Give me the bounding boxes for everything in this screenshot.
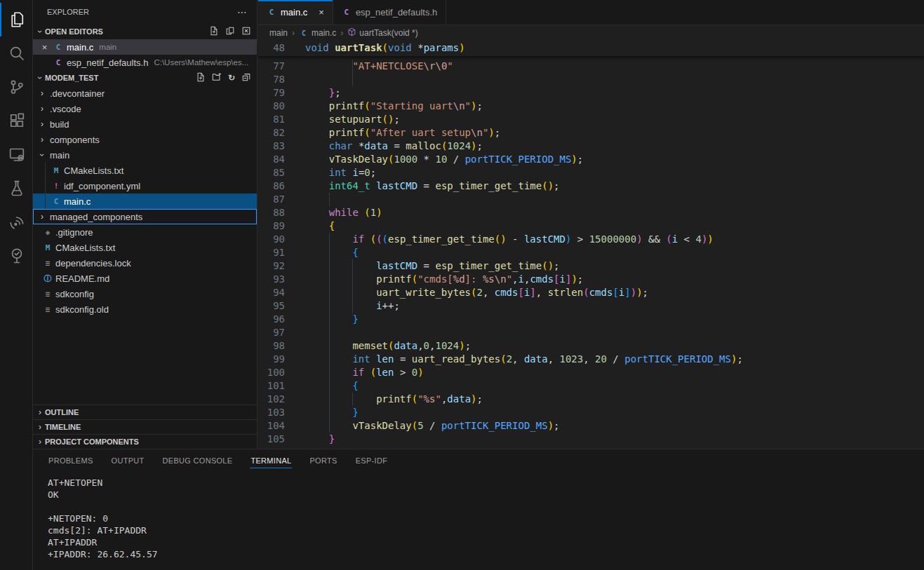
code-line[interactable]: 83 char *data = malloc(1024); [258, 140, 924, 153]
new-file-icon[interactable] [209, 26, 219, 37]
code-line[interactable]: 85 int i=0; [258, 166, 924, 179]
indent-guide [329, 393, 330, 406]
activity-espressif-icon[interactable] [0, 205, 32, 238]
tree-file-dependencies-lock[interactable]: ≡dependencies.lock [33, 255, 257, 271]
code-line[interactable]: 98 memset(data,0,1024); [258, 339, 924, 353]
panel-tab-debug-console[interactable]: DEBUG CONSOLE [154, 449, 242, 470]
code-line[interactable]: 103 } [258, 406, 924, 419]
code-line[interactable]: 100 if (len > 0) [258, 366, 924, 379]
indent-guide [329, 406, 330, 419]
activity-testing-icon[interactable] [0, 171, 32, 205]
open-editor-item-esp-netif-defaults-h[interactable]: C esp_netif_defaults.h C:\Users\Mathew\e… [33, 55, 257, 70]
panel-tab-esp-idf[interactable]: ESP-IDF [347, 449, 397, 470]
breadcrumb-item[interactable]: uartTask(void *) [359, 28, 417, 38]
refresh-icon[interactable]: ↻ [228, 73, 235, 83]
save-all-icon[interactable] [225, 26, 235, 37]
code-line[interactable]: 80 printf("Starting uart\n"); [258, 100, 924, 113]
tree-file-main-c[interactable]: Cmain.c [33, 194, 257, 209]
code-line[interactable]: 90 if (((esp_timer_get_time() - lastCMD)… [258, 233, 924, 246]
code-line[interactable]: 91 { [258, 246, 924, 259]
line-number: 83 [258, 140, 290, 153]
indent-guide [329, 366, 330, 379]
tab-esp-netif-defaults-h[interactable]: Cesp_netif_defaults.h [333, 0, 446, 25]
activity-search-icon[interactable] [0, 36, 32, 70]
more-actions-icon[interactable]: ⋯ [237, 6, 247, 18]
close-icon[interactable]: × [319, 7, 324, 18]
indent-guide [352, 273, 353, 286]
section-project-components[interactable]: ›PROJECT COMPONENTS [33, 434, 257, 449]
tree-file-cmakelists-txt[interactable]: MCMakeLists.txt [33, 163, 257, 178]
code-line[interactable]: 84 vTaskDelay(1000 * 10 / portTICK_PERIO… [258, 153, 924, 166]
tree-file-readme-md[interactable]: ⓘREADME.md [33, 271, 257, 286]
breadcrumb-item[interactable]: main.c [312, 28, 336, 38]
activity-project-components-icon[interactable] [0, 238, 32, 272]
tree-folder-main[interactable]: ›main [33, 147, 257, 163]
tree-folder-devcontainer[interactable]: ›.devcontainer [33, 86, 257, 101]
tree-file-sdkconfig[interactable]: ≡sdkconfig [33, 286, 257, 301]
indent-guide [329, 353, 330, 366]
close-icon[interactable]: × [39, 42, 50, 53]
code-line[interactable]: 95 i++; [258, 299, 924, 313]
tree-item-label: sdkconfig [55, 289, 94, 299]
code-text: setupuart(); [290, 113, 924, 126]
breadcrumb[interactable]: main›Cmain.c›uartTask(void *) [258, 25, 924, 41]
new-folder-icon[interactable] [212, 72, 222, 83]
open-editor-item-main-c[interactable]: × C main.c main [33, 39, 257, 55]
code-line[interactable]: 102 printf("%s",data); [258, 393, 924, 406]
code-line[interactable]: 81 setupuart(); [258, 113, 924, 126]
breadcrumb-item[interactable]: main [269, 28, 288, 38]
code-line[interactable]: 88 while (1) [258, 206, 924, 219]
code-line[interactable]: 96 } [258, 313, 924, 326]
workspace-header[interactable]: › MODEM_TEST ↻ [33, 70, 257, 86]
activity-explorer-icon[interactable] [0, 3, 32, 36]
chevron-right-icon: › [35, 422, 45, 432]
code-line[interactable]: 89 { [258, 219, 924, 233]
code-line[interactable]: 101 { [258, 379, 924, 393]
vscode-window: EXPLORER ⋯ › OPEN EDITORS × C main.c mai… [0, 0, 924, 570]
tree-folder-build[interactable]: ›build [33, 116, 257, 132]
code-line[interactable]: 82 printf("After uart setup\n"); [258, 126, 924, 140]
tree-file-sdkconfig-old[interactable]: ≡sdkconfig.old [33, 301, 257, 317]
tree-folder-managed-components[interactable]: ›managed_components [33, 209, 257, 224]
indent-guide [352, 60, 353, 73]
new-file-icon[interactable] [196, 72, 206, 83]
open-editors-header[interactable]: › OPEN EDITORS [33, 24, 257, 39]
code-line[interactable]: 87 [258, 193, 924, 206]
activity-source-control-icon[interactable] [0, 70, 32, 104]
panel-tab-ports[interactable]: PORTS [300, 449, 346, 470]
code-line[interactable]: 93 printf("cmds[%d]: %s\n",i,cmds[i]); [258, 273, 924, 286]
code-line[interactable]: 77 "AT+NETCLOSE\r\0" [258, 60, 924, 73]
sticky-scroll-line[interactable]: 48void uartTask(void *params) [258, 41, 924, 56]
activity-extensions-icon[interactable] [0, 104, 32, 137]
close-all-icon[interactable] [241, 26, 251, 37]
line-number: 95 [258, 299, 290, 313]
tree-file-gitignore[interactable]: ◈.gitignore [33, 224, 257, 240]
code-line[interactable]: 105 } [258, 433, 924, 446]
section-timeline[interactable]: ›TIMELINE [33, 419, 257, 434]
code-text: char *data = malloc(1024); [290, 140, 924, 153]
section-outline[interactable]: ›OUTLINE [33, 405, 257, 419]
panel-tab-terminal[interactable]: TERMINAL [241, 449, 300, 470]
activity-remote-explorer-icon[interactable] [0, 137, 32, 171]
panel-tab-output[interactable]: OUTPUT [102, 449, 154, 470]
code-line[interactable]: 79 }; [258, 86, 924, 100]
code-line[interactable]: 86 int64_t lastCMD = esp_timer_get_time(… [258, 179, 924, 193]
collapse-all-icon[interactable] [241, 72, 251, 83]
code-line[interactable]: 94 uart_write_bytes(2, cmds[i], strlen(c… [258, 286, 924, 299]
code-line[interactable]: 48void uartTask(void *params) [258, 41, 924, 55]
code-line[interactable]: 104 vTaskDelay(5 / portTICK_PERIOD_MS); [258, 419, 924, 433]
code-line[interactable]: 92 lastCMD = esp_timer_get_time(); [258, 259, 924, 273]
tab-main-c[interactable]: Cmain.c× [258, 0, 333, 25]
tree-item-label: managed_components [50, 212, 142, 222]
panel-tab-problems[interactable]: PROBLEMS [39, 449, 102, 470]
terminal-output[interactable]: AT+NETOPENOK +NETOPEN: 0cmds[2]: AT+IPAD… [33, 470, 924, 560]
code-line[interactable]: 78 [258, 73, 924, 86]
tree-file-idf-component-yml[interactable]: !idf_component.yml [33, 178, 257, 194]
code-viewport[interactable]: 77 "AT+NETCLOSE\r\0"7879 };80 printf("St… [258, 56, 924, 446]
tree-file-cmakelists-txt[interactable]: MCMakeLists.txt [33, 240, 257, 255]
code-line[interactable]: 99 int len = uart_read_bytes(2, data, 10… [258, 353, 924, 366]
tree-folder-components[interactable]: ›components [33, 132, 257, 147]
tree-folder-vscode[interactable]: ›.vscode [33, 101, 257, 116]
code-line[interactable]: 97 [258, 326, 924, 339]
line-number: 79 [258, 86, 290, 100]
